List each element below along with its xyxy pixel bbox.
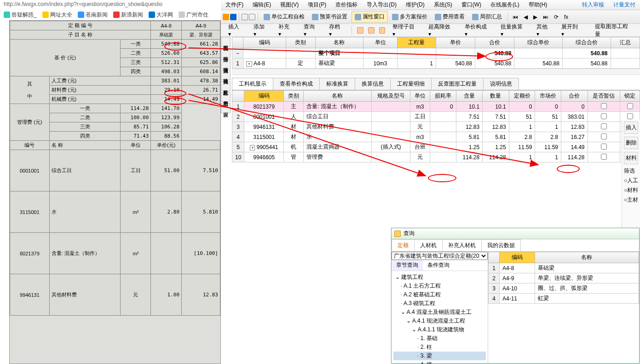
side-tab[interactable]: 工程概况 — [221, 37, 231, 47]
sub-toolbar-item[interactable]: 存档 ▾ — [325, 22, 348, 38]
menu-item[interactable]: 系统(S) — [431, 0, 455, 10]
menu-item[interactable]: 窗口(W) — [459, 0, 484, 10]
tree-item[interactable]: · 1. 基础 — [393, 334, 486, 343]
bookmark-item[interactable]: 苍南新闻 — [78, 11, 108, 19]
grid-header[interactable]: 合价 — [475, 37, 514, 48]
detail-row[interactable]: 43115001材水m35.815.812.82.816.27 — [232, 132, 640, 142]
grid-header[interactable]: 综合合价 — [562, 37, 611, 48]
bookmark-item[interactable]: 网址大全 — [42, 11, 72, 19]
estimate-checkbox[interactable] — [601, 133, 607, 139]
side-tab[interactable]: 措施项目 — [221, 59, 231, 69]
detail-row[interactable]: 39946131材其他材料费元12.8312.831112.83 — [232, 122, 640, 132]
insert-button[interactable]: 插入 — [624, 121, 638, 134]
detail-header[interactable]: 含量 — [456, 91, 482, 102]
query-result-row[interactable]: 2A4-9单梁、连续梁、异形梁 — [489, 273, 639, 283]
menu-item[interactable]: 视图(V) — [277, 0, 301, 10]
partial-summary[interactable]: 局部汇总 — [469, 11, 505, 23]
menu-item[interactable]: 导入导出(D) — [364, 0, 399, 10]
tree-item[interactable]: · 4. 墙 — [393, 360, 486, 364]
material-button[interactable]: 材料 — [624, 152, 638, 164]
query-tab[interactable]: 定额 — [392, 239, 415, 251]
sub-toolbar-item[interactable]: 单价构成 ▾ — [461, 22, 494, 38]
multi-offer[interactable]: 多方案报价 — [389, 11, 431, 23]
cost-view[interactable]: 费用查看 — [432, 11, 468, 23]
menu-item[interactable]: 转入审核 — [579, 0, 607, 10]
tree-item[interactable]: · 3. 梁 — [393, 352, 486, 360]
detail-row[interactable]: 109946605管管理费元114.28114.2811114.28 — [232, 152, 640, 162]
detail-tab[interactable]: 标准换算 — [319, 78, 355, 90]
detail-tab[interactable]: 换算信息 — [355, 78, 391, 90]
query-grid-header[interactable]: 编码 — [500, 252, 535, 263]
query-titlebar[interactable]: 查询 — [392, 228, 639, 239]
detail-tab[interactable]: 说明信息 — [483, 78, 519, 90]
detail-row[interactable]: 5+ 9905441机混凝土震捣器(插入式)台班1.251.2511.5911.… — [232, 142, 640, 152]
sub-toolbar-item[interactable]: 批量换算 ▾ — [497, 22, 530, 38]
norm-tree[interactable]: ⌄ 建筑工程· A.1 土石方工程· A.2 桩基础工程· A.3 砌筑工程⌄ … — [392, 271, 488, 364]
detail-header[interactable] — [232, 91, 244, 102]
query-tab[interactable]: 人材机 — [414, 239, 443, 251]
norm-select[interactable]: 广东省建筑与装饰工程综合定额(201 — [392, 252, 488, 260]
sub-toolbar-item[interactable]: 整理子目 ▾ — [389, 22, 422, 38]
detail-header[interactable]: 数量 — [483, 91, 509, 102]
tree-item[interactable]: ⌄ A.4.1.1 现浇建筑物 — [393, 325, 486, 334]
detail-row[interactable]: 18021379主含量: 混凝土（制作）m3010.110.1000 — [232, 102, 640, 112]
side-tab[interactable]: 费用汇总 — [221, 92, 231, 102]
tree-item[interactable]: ⌄ A.4.1 现浇混凝土工程 — [393, 317, 486, 325]
menu-item[interactable]: 文件(F) — [223, 0, 246, 10]
estimate-checkbox[interactable] — [601, 103, 607, 109]
unit-self-check[interactable]: 单位工程自检 — [260, 11, 308, 23]
detail-header[interactable]: 名称 — [304, 91, 372, 102]
detail-row[interactable]: 20001001人综合工日工日7.517.515151383.01 — [232, 112, 640, 122]
query-result-row[interactable]: 1A4-8基础梁 — [489, 263, 639, 273]
side-tab[interactable]: 分部分项 — [221, 48, 231, 58]
menu-item[interactable]: 在线服务(L) — [488, 0, 522, 10]
menu-item[interactable]: 帮助(H) — [526, 0, 550, 10]
estimate-checkbox[interactable] — [601, 144, 607, 150]
estimate-checkbox[interactable] — [601, 123, 607, 129]
grid-header[interactable]: 综合单价 — [514, 37, 563, 48]
query-result-row[interactable]: 4A4-11虹梁 — [489, 294, 639, 304]
side-tab[interactable]: 其他项目 — [221, 70, 231, 80]
lock-checkbox[interactable] — [627, 113, 633, 119]
grid-header[interactable]: 工程量 — [397, 37, 436, 48]
delete-button[interactable]: 删除 — [624, 137, 638, 149]
copy-icon[interactable] — [368, 27, 375, 34]
bookmark-item[interactable]: 答疑解惑_ — [4, 11, 37, 19]
sub-toolbar-item[interactable]: 其他 ▾ — [533, 22, 555, 38]
query-subtab[interactable]: 条件查询 — [423, 260, 454, 271]
query-result-row[interactable]: 3A4-10圈、过、拱、弧形梁 — [489, 283, 639, 294]
grid-header[interactable]: 单价 — [436, 37, 475, 48]
radio-labor[interactable]: ○人工 — [624, 177, 638, 185]
first-icon[interactable]: ⏮ — [510, 12, 520, 22]
grid-header[interactable] — [232, 37, 243, 48]
grid-header[interactable]: 单位 — [363, 37, 398, 48]
menu-item[interactable]: 计量支付 — [611, 0, 638, 10]
tree-item[interactable]: · 2. 柱 — [393, 343, 486, 352]
grid-header[interactable]: 类别 — [286, 37, 315, 48]
lock-checkbox[interactable] — [627, 103, 633, 109]
tree-item[interactable]: · A.2 桩基础工程 — [393, 290, 486, 299]
detail-tab[interactable]: 工料机显示 — [232, 78, 273, 90]
detail-header[interactable]: 规格及型号 — [371, 91, 410, 102]
detail-header[interactable]: 单位 — [410, 91, 430, 102]
bookmark-item[interactable]: 新浪新闻 — [113, 11, 143, 19]
sub-toolbar-item[interactable]: 超高降效 ▾ — [425, 22, 458, 38]
paste-icon[interactable] — [379, 27, 386, 34]
tree-item[interactable]: ⌄ 建筑工程 — [393, 273, 486, 282]
next-icon[interactable]: ▶ — [531, 12, 540, 22]
extract-graphic-qty[interactable]: 提取图形工程量 — [591, 22, 636, 39]
cut-icon[interactable] — [357, 27, 363, 34]
sub-toolbar-item[interactable]: 查询 ▾ — [300, 22, 323, 38]
detail-header[interactable]: 锁定 — [620, 91, 640, 102]
sub-toolbar-item[interactable]: 展开到 ▾ — [558, 22, 585, 38]
grid-header[interactable]: 名称 — [315, 37, 363, 48]
sub-toolbar-item[interactable]: 补充 ▾ — [275, 22, 297, 38]
save-icon[interactable] — [230, 14, 236, 20]
sub-toolbar-item[interactable]: 插入 ▾ — [225, 22, 247, 38]
menu-item[interactable]: 项目(P) — [305, 0, 329, 10]
last-icon[interactable]: ⏭ — [541, 12, 551, 22]
detail-header[interactable]: 类别 — [284, 91, 304, 102]
detail-header[interactable]: 是否暂估 — [588, 91, 620, 102]
tree-item[interactable]: · A.1 土石方工程 — [393, 282, 486, 290]
radio-material[interactable]: ○材料 — [624, 186, 638, 194]
